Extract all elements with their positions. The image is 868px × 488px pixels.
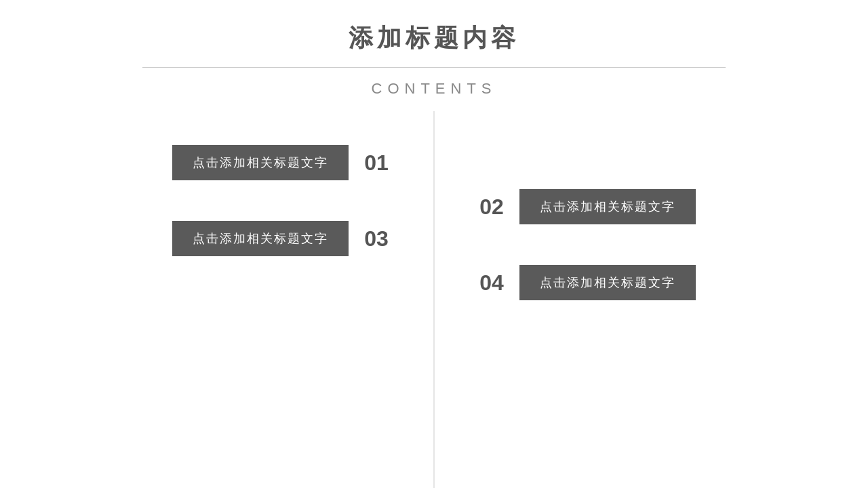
- item-02-number: 02: [475, 195, 509, 220]
- content-item-01[interactable]: 点击添加相关标题文字 01: [172, 145, 393, 180]
- item-04-box[interactable]: 点击添加相关标题文字: [519, 265, 696, 300]
- header: 添加标题内容 CONTENTS: [0, 0, 868, 98]
- header-divider: [142, 67, 726, 68]
- subtitle: CONTENTS: [372, 80, 497, 98]
- item-03-number: 03: [359, 226, 393, 251]
- main-title: 添加标题内容: [349, 22, 519, 55]
- content-item-03[interactable]: 点击添加相关标题文字 03: [172, 221, 393, 256]
- item-02-label: 点击添加相关标题文字: [540, 200, 675, 214]
- item-01-number: 01: [359, 150, 393, 176]
- item-03-label: 点击添加相关标题文字: [193, 232, 328, 245]
- page: 添加标题内容 CONTENTS 点击添加相关标题文字 01 点击添加相关标题文字…: [0, 0, 868, 488]
- item-03-box[interactable]: 点击添加相关标题文字: [172, 221, 349, 256]
- left-column: 点击添加相关标题文字 01 点击添加相关标题文字 03: [0, 111, 434, 488]
- content-item-04[interactable]: 04 点击添加相关标题文字: [475, 265, 696, 300]
- right-column: 02 点击添加相关标题文字 04 点击添加相关标题文字: [434, 111, 868, 488]
- item-04-number: 04: [475, 270, 509, 296]
- item-02-box[interactable]: 点击添加相关标题文字: [519, 189, 696, 224]
- item-04-label: 点击添加相关标题文字: [540, 276, 675, 289]
- content-area: 点击添加相关标题文字 01 点击添加相关标题文字 03 02 点击添加相关标题文…: [0, 111, 868, 488]
- item-01-label: 点击添加相关标题文字: [193, 156, 328, 169]
- item-01-box[interactable]: 点击添加相关标题文字: [172, 145, 349, 180]
- vertical-divider: [434, 111, 435, 488]
- content-item-02[interactable]: 02 点击添加相关标题文字: [475, 189, 696, 224]
